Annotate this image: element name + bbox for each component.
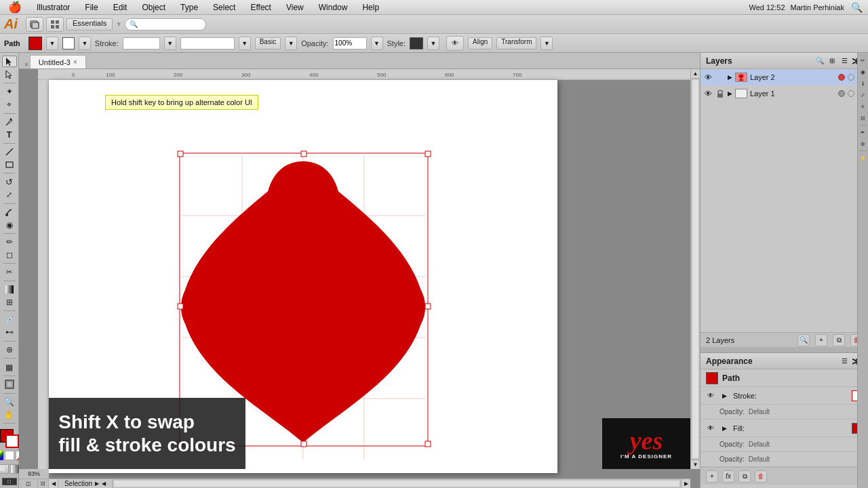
search-workspace-input[interactable]: 🔍 <box>125 18 206 30</box>
mesh-btn[interactable]: ⊞ <box>2 297 17 308</box>
eyedropper-btn[interactable]: 💉 <box>2 314 17 325</box>
layer-eye-btn[interactable]: 👁 <box>703 73 713 82</box>
menu-effect[interactable]: Effect <box>248 1 273 14</box>
style-dropdown[interactable]: ▼ <box>285 37 297 50</box>
color-icon[interactable] <box>0 451 3 460</box>
edge-brush-btn[interactable]: ✒ <box>859 127 868 137</box>
appear-fill-opacity-value[interactable]: Default <box>749 441 770 448</box>
scroll-up-btn[interactable]: ▲ <box>691 69 700 79</box>
line-btn[interactable] <box>2 146 17 158</box>
close-document-btn[interactable]: × <box>24 61 28 68</box>
gradient-btn[interactable] <box>2 284 17 296</box>
scroll-thumb-h[interactable] <box>114 481 679 487</box>
measure-btn[interactable]: ⊷ <box>2 327 17 338</box>
layer-eye-btn[interactable]: 👁 <box>703 89 713 98</box>
menu-object[interactable]: Object <box>139 1 168 14</box>
arrange-btn[interactable] <box>46 17 64 32</box>
edge-pathfinder-btn[interactable]: ⊟ <box>859 113 868 123</box>
appear-expand-stroke[interactable]: ▶ <box>719 391 729 401</box>
artboard-btn[interactable] <box>2 379 17 390</box>
align-btn[interactable]: Align <box>468 37 492 49</box>
edge-align-btn[interactable]: ≡ <box>859 102 868 111</box>
rotate-btn[interactable]: ↺ <box>2 176 17 188</box>
menu-type[interactable]: Type <box>178 1 201 14</box>
appearance-duplicate-btn[interactable]: ⧉ <box>738 470 751 483</box>
stroke-color-swatch[interactable] <box>62 37 75 49</box>
opacity-input[interactable] <box>333 37 367 49</box>
screen-mode-btn[interactable]: □ <box>2 478 17 485</box>
stroke-profile-dropdown[interactable]: ▼ <box>239 37 251 50</box>
color-mode-btn[interactable]: ⬜ <box>0 464 9 474</box>
layers-search-btn2[interactable]: 🔍 <box>797 334 810 346</box>
layer-lock-btn[interactable] <box>715 89 725 98</box>
appear-stroke-opacity-value[interactable]: Default <box>749 408 770 415</box>
hand-tool-btn[interactable]: ✋ <box>2 409 17 420</box>
fill-stroke-selector[interactable] <box>0 429 19 448</box>
scroll-down-btn[interactable]: ▼ <box>691 460 700 469</box>
layer-target-btn[interactable] <box>848 74 854 81</box>
fill-dropdown[interactable]: ▼ <box>46 37 58 50</box>
search-icon[interactable]: 🔍 <box>851 2 863 13</box>
scroll-right-btn[interactable]: ▶ <box>681 479 690 488</box>
layers-add-layer-btn[interactable]: + <box>815 334 827 346</box>
layer-item[interactable]: 👁 ▶ Layer 2 <box>701 69 868 85</box>
layers-search-btn[interactable]: 🔍 <box>814 55 826 67</box>
edge-info-btn[interactable]: ℹ <box>859 79 868 88</box>
bar-graph-btn[interactable]: ▦ <box>2 361 17 373</box>
basic-style-btn[interactable]: Basic <box>255 37 281 49</box>
eraser-btn[interactable]: ◻ <box>2 249 17 261</box>
appearance-fx-btn[interactable]: fx <box>722 470 734 483</box>
stroke-profile-input[interactable] <box>180 37 235 49</box>
edge-symbol-btn[interactable]: ⊛ <box>859 139 868 148</box>
layers-duplicate-btn[interactable]: ⧉ <box>833 334 845 346</box>
style-swatch[interactable] <box>410 37 423 49</box>
vertical-scrollbar[interactable]: ▲ ▼ <box>690 69 700 469</box>
selection-tool-status[interactable]: Selection ▶ ◀ <box>58 479 113 488</box>
transform-dropdown[interactable]: ▼ <box>540 37 553 50</box>
apple-menu[interactable]: 🍎 <box>5 0 24 15</box>
stroke-dropdown[interactable]: ▼ <box>79 37 91 50</box>
edge-transform-btn[interactable]: ⤢ <box>859 90 868 100</box>
fill-color-swatch[interactable] <box>28 37 42 50</box>
document-tab[interactable]: Untitled-3 × <box>30 55 86 68</box>
rectangle-btn[interactable] <box>2 159 17 170</box>
essentials-dropdown[interactable]: Essentials <box>66 18 113 30</box>
appear-expand-fill[interactable]: ▶ <box>719 424 729 433</box>
opacity-dropdown[interactable]: ▼ <box>371 37 383 50</box>
canvas-container[interactable]: × Untitled-3 × 0 100 200 300 400 500 600… <box>19 53 700 488</box>
layer-item[interactable]: 👁 ▶ Layer 1 <box>701 85 868 102</box>
symbol-btn[interactable]: ⊛ <box>2 344 17 356</box>
pen-btn[interactable] <box>2 116 17 127</box>
new-window-btn[interactable] <box>26 17 43 32</box>
lasso-btn[interactable]: ⌖ <box>2 99 17 110</box>
menu-help[interactable]: Help <box>359 1 382 14</box>
edge-stroke-btn[interactable]: ✏ <box>859 56 868 65</box>
menu-view[interactable]: View <box>283 1 307 14</box>
menu-file[interactable]: File <box>82 1 100 14</box>
stroke-weight-input[interactable] <box>123 37 160 49</box>
layers-options-btn[interactable]: ☰ <box>838 55 850 67</box>
appear-outer-opacity-value[interactable]: Default <box>749 455 770 463</box>
brush-btn[interactable] <box>2 206 17 218</box>
zoom-tool-btn[interactable]: 🔍 <box>2 396 17 407</box>
stroke-weight-dropdown[interactable]: ▼ <box>164 37 176 50</box>
layer-target-btn2[interactable] <box>848 90 854 97</box>
scissors-btn[interactable]: ✂ <box>2 266 17 278</box>
direct-selection-tool-btn[interactable] <box>2 68 17 80</box>
appearance-add-btn[interactable]: + <box>706 470 718 483</box>
layer-expand-btn2[interactable]: ▶ <box>728 90 732 97</box>
selection-tool-btn[interactable] <box>2 56 17 67</box>
visibility-btn[interactable]: 👁 <box>446 36 464 51</box>
pencil-btn[interactable]: ✏ <box>2 237 17 248</box>
menu-select[interactable]: Select <box>210 1 238 14</box>
type-btn[interactable]: T <box>2 129 17 140</box>
magic-wand-btn[interactable]: ✦ <box>2 86 17 98</box>
transform-btn[interactable]: Transform <box>496 37 536 49</box>
edge-color-btn[interactable]: ◉ <box>859 67 868 77</box>
blob-brush-btn[interactable]: ◉ <box>2 219 17 230</box>
menu-window[interactable]: Window <box>316 1 351 14</box>
appear-eye-stroke[interactable]: 👁 <box>706 391 715 401</box>
horizontal-scrollbar[interactable]: ◀ Selection ▶ ◀ ▶ <box>49 479 690 488</box>
appearance-path-swatch[interactable] <box>706 372 718 384</box>
scroll-left-btn[interactable]: ◀ <box>49 479 58 488</box>
